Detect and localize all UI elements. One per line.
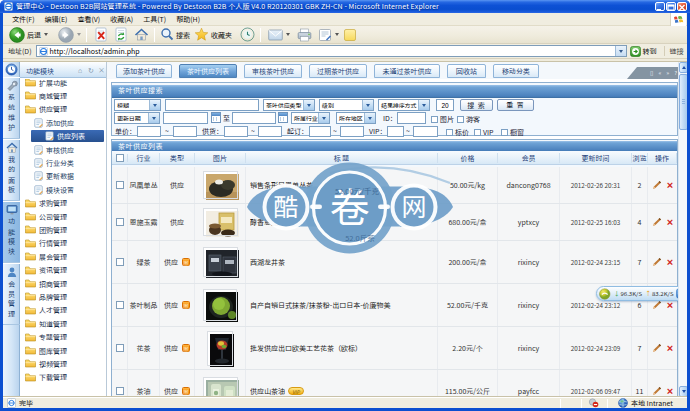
select-all-checkbox[interactable] [112,154,128,162]
edit-pencil-icon[interactable] [652,257,662,267]
sidebar-item[interactable]: 专题管理 [20,331,106,343]
menu-favorites[interactable]: 收藏(A) [105,13,138,26]
page-size-input[interactable] [436,99,454,111]
delete-x-icon[interactable]: × [667,343,673,353]
tab-audit-supply[interactable]: 审核茶叶供应 [244,64,302,78]
row-checkbox[interactable] [112,327,128,369]
history-button[interactable] [238,26,257,44]
delete-x-icon[interactable]: × [667,217,673,227]
forward-dropdown-icon[interactable] [77,33,81,36]
edit-pencil-icon[interactable] [652,180,662,190]
industry-select[interactable]: 所属行业 [291,112,330,124]
refresh-panel-icon[interactable]: ↻ [88,66,94,74]
go-button[interactable]: 转到 [630,46,657,57]
print-button[interactable] [295,26,314,44]
sidebar-item[interactable]: 展会管理 [20,251,106,263]
row-checkbox[interactable] [112,284,128,326]
supply-max-input[interactable] [258,126,282,137]
minorder-max-input[interactable] [340,126,364,137]
address-dropdown-icon[interactable] [615,46,626,56]
home-button[interactable] [132,26,151,44]
supply-min-input[interactable] [224,126,248,137]
menu-help[interactable]: 帮助(H) [171,13,205,26]
row-industry[interactable]: 花茶 [128,327,160,369]
menu-view[interactable]: 查看(V) [72,13,105,26]
sidebar-item[interactable]: 供应管理 [20,103,106,115]
strip-section-1[interactable]: 系统维护 [3,77,20,139]
edit-pencil-icon[interactable] [652,217,662,227]
image-checkbox[interactable]: 图片 [431,114,454,124]
strip-section-3[interactable]: 功能模块 [3,201,20,263]
minimize-button[interactable] [655,2,665,11]
vip-min-input[interactable] [387,126,404,137]
vip-checkbox[interactable]: VIP [474,127,494,137]
level-select[interactable]: 级别 [319,99,374,111]
row-checkbox[interactable] [112,204,128,240]
reset-button[interactable]: 重 置 [497,99,534,111]
edit-pencil-icon[interactable] [652,300,662,310]
sidebar-subitem[interactable]: 更新数据 [20,170,106,182]
search-button[interactable]: 搜索 [158,26,192,44]
vip-max-input[interactable] [413,126,438,137]
sidebar-subitem[interactable]: 模块设置 [20,184,106,196]
price-min-input[interactable] [137,126,161,137]
scroll-down-icon[interactable] [679,386,687,397]
row-checkbox[interactable] [112,241,128,283]
product-thumbnail[interactable] [204,172,237,198]
edit-pencil-icon[interactable] [652,386,662,396]
menu-file[interactable]: 文件(F) [7,13,40,26]
scroll-up-icon[interactable] [679,62,687,73]
row-title-link[interactable]: 西湖龙井茶 [250,257,285,267]
row-title-link[interactable]: 批发供应出口欧美工艺花茶（欧标） [250,343,362,353]
scroll-left-icon[interactable]: « [658,68,661,78]
tab-supply-list[interactable]: 茶叶供应列表 [179,64,237,78]
row-industry[interactable]: 绿茶 [128,241,160,283]
minorder-min-input[interactable] [309,126,331,137]
delete-x-icon[interactable]: × [667,180,673,190]
back-dropdown-icon[interactable] [44,33,48,36]
sidebar-item[interactable]: 扩展功能 [20,79,106,89]
sidebar-item[interactable]: 知道管理 [20,318,106,330]
close-panel-icon[interactable]: × [98,66,105,74]
row-industry[interactable]: 恩施玉露 [128,204,160,240]
row-checkbox[interactable] [112,167,128,203]
sidebar-subitem[interactable]: 添加供应 [20,117,106,129]
sidebar-item[interactable]: 下载管理 [20,371,106,383]
sidebar-item[interactable]: 图库管理 [20,345,106,357]
row-industry[interactable]: 茶叶制品 [128,284,160,326]
row-member[interactable]: payfcc [498,370,560,397]
area-select[interactable]: 所在地区 [336,112,376,124]
row-title-link[interactable]: 销售条形凤凰单丛茶 [250,180,313,190]
id-input[interactable] [397,112,426,124]
date-from-input[interactable] [163,112,208,124]
help-icon[interactable]: ? [674,68,677,78]
sidebar-item[interactable]: 团购管理 [20,224,106,236]
delete-x-icon[interactable]: × [667,257,673,267]
keyword-input[interactable] [165,99,259,111]
showcase-checkbox[interactable]: 橱窗 [501,127,524,137]
mail-button[interactable] [266,26,292,44]
sidebar-item[interactable]: 资讯管理 [20,264,106,276]
delete-x-icon[interactable]: × [667,386,673,396]
close-button[interactable] [677,2,687,11]
row-title-link[interactable]: 供应山茶油 [250,386,285,396]
strip-section-2[interactable]: 我的面板 [3,139,20,201]
product-thumbnail[interactable] [204,290,236,320]
price-max-input[interactable] [173,126,197,137]
panel-icon[interactable]: ▯ [650,68,653,78]
vertical-scrollbar[interactable] [678,62,687,397]
address-input[interactable]: http://localhost/admin.php [36,45,627,57]
product-thumbnail[interactable] [204,378,237,397]
sidebar-item[interactable]: 商城管理 [20,90,106,102]
guest-checkbox[interactable]: 游客 [457,114,480,124]
row-industry[interactable]: 茶油 [128,370,160,397]
edit-pencil-icon[interactable] [652,343,662,353]
maximize-button[interactable] [666,2,676,11]
row-member[interactable]: rixincy [498,241,560,283]
edit-button[interactable] [316,26,341,44]
calendar-icon[interactable] [278,112,288,123]
row-member[interactable]: rixincy [498,327,560,369]
favorites-button[interactable]: 收藏夹 [192,26,234,44]
sidebar-subitem[interactable]: 供应列表 [31,130,104,142]
row-title-link[interactable]: 自产自销日式抹茶/抹茶粉-出口日本-价廉物美 [250,300,391,310]
